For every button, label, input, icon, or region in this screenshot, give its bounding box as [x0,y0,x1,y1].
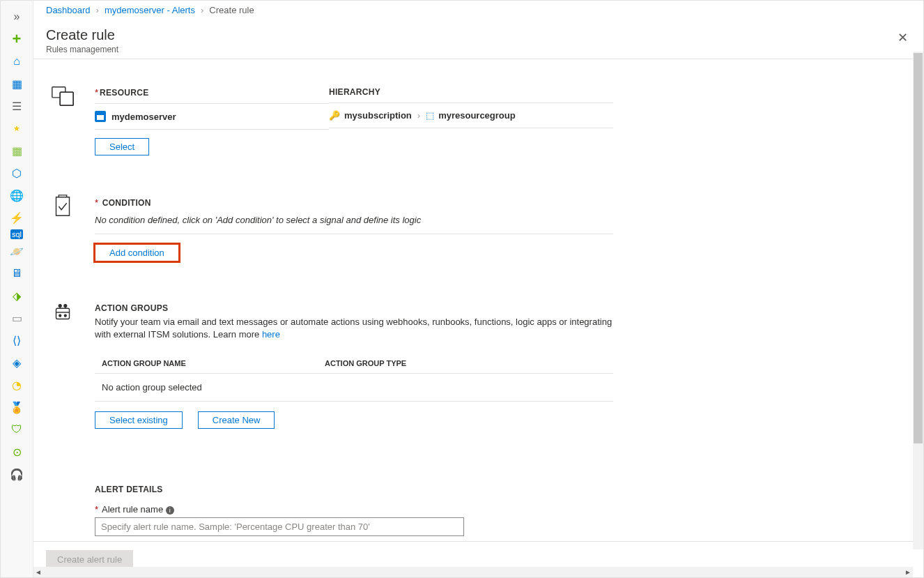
create-alert-rule-button[interactable]: Create alert rule [46,550,133,569]
resource-icon [49,83,76,109]
load-balancer-icon[interactable]: ⬗ [6,285,27,306]
action-groups-label: ACTION GROUPS [95,303,613,313]
page-subtitle: Rules management [46,45,118,54]
scroll-left-icon[interactable]: ◄ [35,568,42,576]
required-marker: * [95,197,98,208]
horizontal-scrollbar[interactable]: ◄ ► [33,567,913,577]
close-icon[interactable]: ✕ [895,27,911,48]
svg-point-12 [64,314,66,317]
favorites-icon[interactable]: ★ [6,118,27,139]
breadcrumb: Dashboard › mydemoserver - Alerts › Crea… [33,1,923,20]
info-icon[interactable]: i [166,506,174,515]
condition-section: * CONDITION No condition defined, click … [95,197,613,261]
alert-details-section: ALERT DETAILS * Alert rule name i * Desc… [95,485,613,541]
action-groups-icon [49,299,76,326]
chevron-right-icon: › [417,110,420,121]
learn-more-link[interactable]: here [262,329,280,340]
alert-rule-name-input[interactable] [95,517,464,536]
resource-group-name: myresourcegroup [438,110,516,121]
resource-section: * RESOURCE mydemoserver [95,87,613,155]
chevron-right-icon: › [96,5,99,15]
home-icon[interactable]: ⌂ [6,51,27,72]
resource-label: RESOURCE [100,88,148,98]
sql-icon[interactable]: sql [10,229,23,239]
expand-icon[interactable]: » [6,6,27,27]
svg-rect-4 [97,113,104,115]
scrollbar-thumb[interactable] [914,53,923,443]
subscription-name: mysubscription [344,110,412,121]
condition-empty-note: No condition defined, click on 'Add cond… [95,208,613,234]
all-resources-icon[interactable]: ▦ [6,140,27,161]
cost-icon[interactable]: ⊙ [6,441,27,462]
globe-icon[interactable]: 🌐 [6,185,27,206]
cube-icon[interactable]: ⬡ [6,162,27,183]
vertical-scrollbar[interactable] [913,52,923,549]
breadcrumb-current: Create rule [209,5,254,15]
page-header: Create rule Rules management ✕ [33,20,923,59]
breadcrumb-alerts[interactable]: mydemoserver - Alerts [105,5,195,15]
create-resource-icon[interactable]: + [6,29,27,50]
scroll-right-icon[interactable]: ► [904,568,911,576]
condition-icon [49,193,76,220]
page-title: Create rule [46,27,118,43]
svg-point-11 [59,314,61,317]
condition-label: CONDITION [102,198,151,208]
vm-icon[interactable]: 🖥 [6,263,27,284]
alert-details-label: ALERT DETAILS [95,485,613,494]
help-icon[interactable]: 🎧 [6,464,27,485]
select-resource-button[interactable]: Select [95,138,149,155]
resource-name: mydemoserver [111,112,176,122]
required-marker: * [95,87,98,98]
functions-icon[interactable]: ⚡ [6,207,27,228]
resource-group-icon: ⬚ [426,110,434,121]
advisor-icon[interactable]: 🏅 [6,397,27,418]
network-icon[interactable]: ⟨⟩ [6,330,27,351]
diamond-icon[interactable]: ◈ [6,352,27,373]
create-new-button[interactable]: Create New [198,411,275,429]
dashboard-icon[interactable]: ▦ [6,73,27,94]
cosmos-icon[interactable]: 🪐 [6,241,27,261]
svg-rect-1 [60,92,73,105]
breadcrumb-dashboard[interactable]: Dashboard [46,5,91,15]
security-icon[interactable]: 🛡 [6,419,27,440]
alert-rule-name-label: * Alert rule name i [95,504,613,515]
storage-icon[interactable]: ▭ [6,307,27,328]
action-groups-section: ACTION GROUPS Notify your team via email… [95,303,613,429]
add-condition-button[interactable]: Add condition [95,244,179,261]
all-services-icon[interactable]: ☰ [6,96,27,116]
monitor-icon[interactable]: ◔ [6,374,27,395]
sidebar: » + ⌂ ▦ ☰ ★ ▦ ⬡ 🌐 ⚡ sql 🪐 🖥 ⬗ ▭ ⟨⟩ ◈ ◔ 🏅… [1,1,33,577]
hierarchy-label: HIERARCHY [329,87,380,97]
select-existing-button[interactable]: Select existing [95,411,183,429]
col-action-group-type: ACTION GROUP TYPE [325,359,613,367]
server-icon [95,111,106,122]
action-groups-description: Notify your team via email and text mess… [95,317,612,340]
svg-rect-5 [56,308,70,319]
chevron-right-icon: › [201,5,203,15]
col-action-group-name: ACTION GROUP NAME [95,359,325,367]
key-icon: 🔑 [329,110,340,121]
action-group-empty-row: No action group selected [95,374,613,402]
